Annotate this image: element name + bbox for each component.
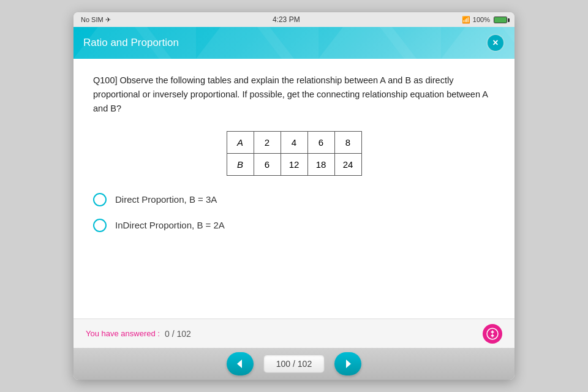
total-pages: 102	[298, 359, 312, 369]
svg-marker-2	[237, 360, 242, 368]
battery-label: 100%	[473, 16, 490, 23]
table-row-a: A 2 4 6 8	[227, 131, 361, 153]
table-row-b: B 6 12 18 24	[227, 153, 361, 175]
radio-1[interactable]	[93, 193, 107, 206]
bottom-bar: You have answered : 0 / 102	[74, 318, 514, 348]
options-container: Direct Proportion, B = 3A InDirect Propo…	[93, 193, 495, 232]
question-body: Observe the following tables and explain…	[93, 75, 488, 113]
battery-icon	[494, 17, 507, 23]
row-a-val4: 8	[334, 131, 361, 153]
header: Ratio and Proportion ×	[74, 27, 514, 59]
main-content: Q100] Observe the following tables and e…	[74, 59, 514, 318]
status-right: 📶 100%	[462, 16, 507, 24]
proportion-table: A 2 4 6 8 B 6 12 18 24	[227, 131, 362, 176]
bottom-logo	[483, 324, 502, 344]
nav-bar: 100 / 102	[74, 348, 514, 380]
svg-marker-3	[346, 360, 351, 368]
question-text: Q100] Observe the following tables and e…	[93, 74, 495, 116]
header-title: Ratio and Proportion	[83, 37, 179, 49]
option-2[interactable]: InDirect Proportion, B = 2A	[93, 219, 495, 232]
option-1-text: Direct Proportion, B = 3A	[115, 194, 217, 205]
answered-total: 102	[176, 329, 190, 339]
bluetooth-icon: 📶	[462, 16, 470, 24]
row-b-val2: 12	[281, 153, 307, 175]
row-b-label: B	[227, 153, 254, 175]
device-frame: No SIM ✈ 4:23 PM 📶 100% Ratio and Propor…	[74, 12, 514, 380]
status-left: No SIM ✈	[81, 16, 111, 24]
prev-icon	[235, 358, 246, 369]
status-bar: No SIM ✈ 4:23 PM 📶 100%	[74, 12, 514, 27]
current-page: 100	[276, 359, 290, 369]
page-sep: /	[293, 359, 298, 369]
answered-count: 0 / 102	[165, 329, 191, 339]
answered-info: You have answered : 0 / 102	[86, 329, 191, 339]
option-1[interactable]: Direct Proportion, B = 3A	[93, 193, 495, 206]
row-a-val1: 2	[254, 131, 281, 153]
row-b-val4: 24	[334, 153, 361, 175]
prev-button[interactable]	[227, 352, 254, 375]
row-b-val1: 6	[254, 153, 281, 175]
table-container: A 2 4 6 8 B 6 12 18 24	[93, 131, 495, 176]
row-a-label: A	[227, 131, 254, 153]
answered-label: You have answered :	[86, 329, 160, 338]
question-number: Q100]	[93, 75, 118, 85]
radio-2[interactable]	[93, 219, 107, 232]
logo-icon	[486, 328, 499, 340]
page-indicator: 100 / 102	[263, 355, 325, 373]
option-2-text: InDirect Proportion, B = 2A	[115, 220, 225, 230]
status-carrier: No SIM ✈	[81, 16, 111, 24]
row-a-val3: 6	[307, 131, 334, 153]
next-button[interactable]	[334, 352, 361, 375]
close-button[interactable]: ×	[486, 34, 505, 52]
row-b-val3: 18	[307, 153, 334, 175]
status-time: 4:23 PM	[273, 15, 300, 24]
answered-number: 0	[165, 329, 170, 339]
row-a-val2: 4	[281, 131, 307, 153]
next-icon	[342, 358, 353, 369]
